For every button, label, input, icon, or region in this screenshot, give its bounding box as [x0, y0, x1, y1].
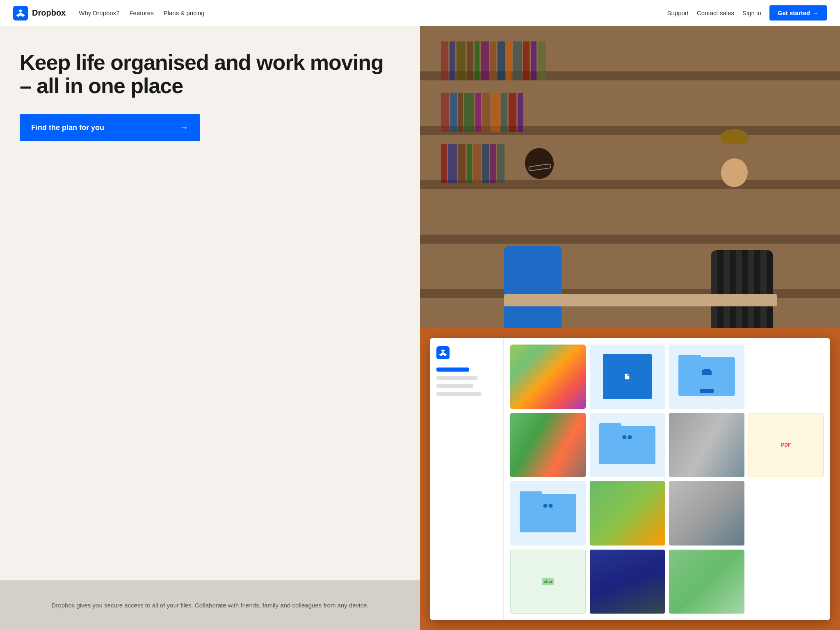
file-item-map-6[interactable]	[669, 550, 744, 614]
bottom-text: Dropbox gives you secure access to all o…	[33, 600, 387, 611]
file-item-notebook[interactable]	[590, 550, 665, 614]
nav-link-features[interactable]: Features	[129, 9, 153, 16]
right-panel: PDF	[420, 26, 840, 630]
fb-sidebar-item-active	[436, 368, 469, 372]
nav-link-contact-sales[interactable]: Contact sales	[697, 9, 734, 16]
file-item-map-3[interactable]	[669, 413, 744, 477]
fb-empty-2	[749, 481, 824, 546]
people-shapes	[420, 57, 840, 328]
logo-text: Dropbox	[32, 8, 66, 18]
file-item-map-4[interactable]	[590, 481, 665, 546]
file-item-folder-2[interactable]	[590, 413, 665, 477]
nav-link-support[interactable]: Support	[667, 9, 689, 16]
fb-empty-1	[749, 345, 824, 409]
file-item-folder-3[interactable]	[510, 481, 586, 546]
fb-empty-3	[749, 550, 824, 614]
file-item-map-2[interactable]	[510, 413, 586, 477]
file-browser-section: PDF	[420, 328, 840, 630]
fb-sidebar-item	[436, 384, 473, 388]
person2-hair	[721, 129, 748, 144]
fb-sidebar-item	[436, 376, 477, 380]
fb-dropbox-icon	[439, 349, 447, 357]
person2-body	[711, 250, 773, 328]
glasses	[528, 163, 552, 171]
main-container: Keep life organised and work moving – al…	[0, 26, 840, 630]
file-item-map-1[interactable]	[510, 345, 586, 409]
nav-right: Support Contact sales Sign in Get starte…	[667, 5, 827, 21]
find-plan-label: Find the plan for you	[31, 123, 104, 132]
person2-head	[720, 157, 749, 188]
file-browser-sidebar	[430, 338, 504, 620]
nav-link-why-dropbox[interactable]: Why Dropbox?	[79, 9, 119, 16]
nav-link-sign-in[interactable]: Sign in	[742, 9, 761, 16]
left-panel: Keep life organised and work moving – al…	[0, 26, 420, 630]
hero-title: Keep life organised and work moving – al…	[20, 51, 400, 98]
logo[interactable]: Dropbox	[13, 6, 66, 21]
nav-link-plans-pricing[interactable]: Plans & pricing	[164, 9, 205, 16]
get-started-label: Get started	[778, 9, 810, 16]
doc-icon	[624, 373, 630, 380]
file-item-excel[interactable]: xlsx	[510, 550, 586, 614]
file-browser-card: PDF	[430, 338, 830, 620]
excel-label: xlsx	[542, 578, 554, 585]
library-photo-section	[420, 26, 840, 328]
nav-links: Why Dropbox? Features Plans & pricing	[79, 9, 204, 16]
get-started-button[interactable]: Get started →	[769, 5, 827, 21]
dropbox-logo-box	[13, 6, 28, 21]
file-item-pdf[interactable]: PDF	[749, 413, 824, 477]
person1-body	[504, 246, 562, 328]
people-overlay	[420, 26, 840, 328]
pdf-label: PDF	[781, 442, 791, 448]
dropbox-icon	[16, 9, 25, 18]
hero-section: Keep life organised and work moving – al…	[0, 26, 420, 580]
library-photo	[420, 26, 840, 328]
table-surface	[504, 294, 777, 306]
bottom-description-section: Dropbox gives you secure access to all o…	[0, 580, 420, 630]
person1-head	[523, 146, 556, 180]
file-item-doc-1[interactable]	[590, 345, 665, 409]
nav-left: Dropbox Why Dropbox? Features Plans & pr…	[13, 6, 205, 21]
file-item-map-5[interactable]	[669, 481, 744, 546]
find-plan-button[interactable]: Find the plan for you →	[20, 114, 200, 141]
file-item-folder-1[interactable]	[669, 345, 744, 409]
find-plan-arrow: →	[180, 122, 189, 133]
fb-dropbox-logo	[436, 346, 450, 359]
get-started-arrow: →	[813, 9, 819, 16]
fb-sidebar-item	[436, 392, 482, 396]
file-browser-content: PDF	[504, 338, 830, 620]
navbar: Dropbox Why Dropbox? Features Plans & pr…	[0, 0, 840, 26]
